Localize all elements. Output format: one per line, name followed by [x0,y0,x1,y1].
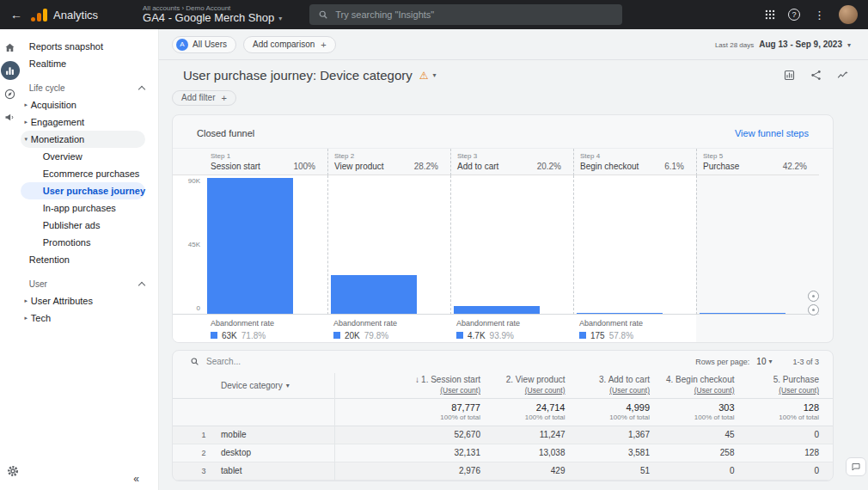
column-header-view-product[interactable]: 2. View product (User count) [480,375,565,395]
column-header-add-to-cart[interactable]: 3. Add to cart (User count) [565,375,651,395]
rows-per-page-label: Rows per page: [695,358,749,366]
sidebar-item-user-attributes[interactable]: ▸ User Attributes [21,292,145,309]
sidebar-item-ecommerce-purchases[interactable]: Ecommerce purchases [21,165,145,182]
sidebar-item-realtime[interactable]: Realtime [21,55,145,72]
rows-per-page-select[interactable]: 10 ▾ [756,357,772,366]
share-icon[interactable] [810,69,822,82]
sidebar-item-user-purchase-journey[interactable]: User purchase journey [21,182,145,199]
expand-arrow-icon: ▸ [22,297,30,304]
add-comparison-button[interactable]: Add comparison + [243,36,336,53]
funnel-bar[interactable] [331,275,417,313]
collapse-arrow-icon: ▾ [22,136,30,143]
view-funnel-steps-link[interactable]: View funnel steps [735,128,809,138]
y-tick: 90K [188,177,200,185]
y-tick: 45K [188,241,200,248]
abandonment-block: Abandonment rate 17557.8% [573,315,696,343]
table-row: 1 mobile 52,670 11,247 1,367 45 0 [173,426,833,444]
funnel-step-header[interactable]: Step 1 Session start100% [205,149,327,175]
sidebar-item-promotions[interactable]: Promotions [21,234,145,251]
customize-report-icon[interactable] [783,69,796,82]
table-search-input[interactable] [206,357,361,366]
product-name: Analytics [53,9,98,21]
y-axis: 90K 45K 0 [173,175,205,315]
column-header-purchase[interactable]: 5. Purchase (User count) [735,375,820,395]
date-range-picker[interactable]: Last 28 days Aug 13 - Sep 9, 2023 ▾ [715,40,851,49]
chat-bubble-icon [851,462,861,472]
account-switcher[interactable]: All accounts › Demo Account GA4 - Google… [143,4,282,25]
sidebar-item-acquisition[interactable]: ▸ Acquisition [21,96,145,113]
section-header-life-cycle[interactable]: Life cycle [21,79,158,96]
sidebar-item-monetization[interactable]: ▾ Monetization [21,131,145,148]
funnel-step-header[interactable]: Step 4 Begin checkout6.1% [573,149,696,175]
more-options-icon[interactable]: ⋮ [812,9,827,21]
expand-arrow-icon: ▸ [22,101,30,108]
global-search[interactable] [309,4,622,25]
chart-zoom-in-icon[interactable] [808,291,819,302]
funnel-step-header[interactable]: Step 2 View product28.2% [327,149,450,175]
legend-swatch-icon [211,332,217,339]
column-header-device-category[interactable]: Device category ▾ [221,381,334,390]
icon-rail [0,29,21,490]
top-app-bar: ← Analytics All accounts › Demo Account … [0,0,868,29]
search-input[interactable] [335,9,614,20]
sidebar-item-reports-snapshot[interactable]: Reports snapshot [21,38,145,55]
help-icon[interactable]: ? [788,9,800,21]
column-header-session-start[interactable]: ↓1. Session start (User count) [334,375,480,395]
table-row: 2 desktop 32,131 13,038 3,581 258 128 [173,444,833,462]
chevron-down-icon: ▾ [847,41,851,49]
report-dropdown-icon[interactable]: ▾ [433,71,437,79]
sidebar-item-in-app-purchases[interactable]: In-app purchases [21,199,145,217]
funnel-bar[interactable] [207,178,293,313]
legend-swatch-icon [456,332,463,339]
add-filter-button[interactable]: Add filter + [172,90,236,106]
sidebar-item-tech[interactable]: ▸ Tech [21,309,145,327]
insights-icon[interactable] [836,69,849,82]
abandonment-block: Abandonment rate 20K79.8% [327,315,450,343]
funnel-table-card: Rows per page: 10 ▾ 1-3 of 3 Device cate… [172,350,834,481]
funnel-chart-card: Closed funnel View funnel steps 90K 45K … [172,114,834,343]
reports-icon[interactable] [1,61,20,80]
funnel-bar[interactable] [454,306,540,314]
comparison-badge-icon: A [176,39,188,51]
funnel-type-label: Closed funnel [197,128,254,138]
avatar[interactable] [839,5,858,24]
search-icon [318,9,328,20]
legend-swatch-icon [579,332,586,339]
chevron-up-icon [138,281,145,288]
explore-icon[interactable] [1,84,20,103]
warning-icon[interactable]: ⚠ [419,70,429,82]
report-main: A All Users Add comparison + Last 28 day… [159,29,868,490]
expand-arrow-icon: ▸ [22,119,30,126]
funnel-step-column: Step 4 Begin checkout6.1% Abandonment ra… [573,149,696,343]
funnel-step-header[interactable]: Step 3 Add to cart20.2% [450,149,573,175]
funnel-step-column: Step 3 Add to cart20.2% Abandonment rate… [450,149,573,343]
funnel-bar[interactable] [577,313,663,314]
y-tick: 0 [197,304,200,312]
search-icon [190,357,199,366]
sidebar-item-overview[interactable]: Overview [21,148,145,165]
sort-desc-icon: ↓ [415,375,419,384]
chevron-up-icon [138,85,145,92]
all-users-chip[interactable]: A All Users [172,36,236,53]
column-header-begin-checkout[interactable]: 4. Begin checkout (User count) [650,375,735,395]
funnel-step-header[interactable]: Step 5 Purchase42.2% [696,149,819,175]
sidebar-item-engagement[interactable]: ▸ Engagement [21,113,145,131]
sidebar-item-publisher-ads[interactable]: Publisher ads [21,217,145,234]
settings-gear-icon[interactable] [6,464,20,481]
back-arrow-icon[interactable]: ← [10,8,22,21]
account-title: GA4 - Google Merch Shop [143,12,274,25]
home-icon[interactable] [1,38,20,57]
advertising-icon[interactable] [1,107,20,126]
feedback-button[interactable] [846,457,866,476]
analytics-logo-icon [31,9,47,21]
abandonment-block: Abandonment rate 4.7K93.9% [450,315,573,343]
table-totals-row: 87,777100% of total 24,714100% of total … [173,399,833,426]
sidebar-item-retention[interactable]: Retention [21,251,145,268]
collapse-sidebar-icon[interactable]: « [133,473,139,485]
column-divider [334,373,335,481]
apps-grid-icon[interactable] [764,9,776,21]
page-title: User purchase journey: Device category [183,68,413,83]
section-header-user[interactable]: User [21,275,158,292]
chart-zoom-out-icon[interactable] [808,304,819,315]
dimension-value: tablet [221,466,334,475]
